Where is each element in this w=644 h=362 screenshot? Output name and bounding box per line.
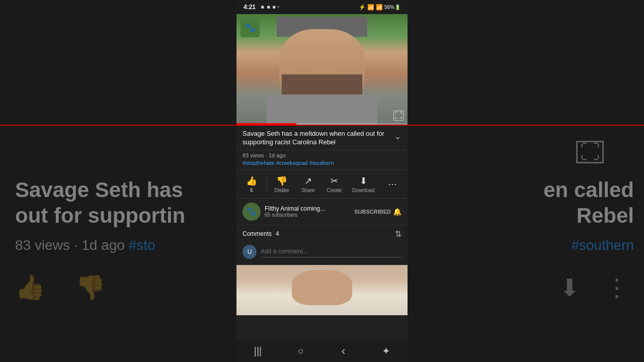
star-icon: ✦ bbox=[382, 345, 390, 357]
suggested-face-bg bbox=[236, 265, 408, 315]
nav-star-button[interactable]: ✦ bbox=[374, 340, 399, 362]
share-button[interactable]: ↗ Share bbox=[297, 173, 319, 195]
battery-text: 56%🔋 bbox=[384, 5, 400, 10]
share-label: Share bbox=[301, 188, 315, 193]
bg-icons-right: ⬇ ⋮ bbox=[559, 274, 634, 302]
create-icon: ✂ bbox=[331, 175, 338, 187]
bg-title-right: en called Rebel bbox=[543, 177, 634, 228]
red-accent-line bbox=[0, 125, 644, 126]
signal-icon: 📶 bbox=[376, 4, 383, 11]
video-title: Savage Seth has a meltdown when called o… bbox=[243, 130, 394, 147]
dislike-button[interactable]: 👎 Dislike bbox=[271, 173, 293, 195]
subscribed-button[interactable]: SUBSCRIBED 🔔 bbox=[354, 208, 401, 216]
channel-subs: 65 subscribers bbox=[265, 212, 350, 218]
more-icon: ⋯ bbox=[388, 178, 397, 190]
bg-dislike-icon: 👎 bbox=[75, 274, 106, 302]
bg-download-icon: ⬇ bbox=[559, 274, 580, 302]
status-left: 4:21 ⏺ ⏺ ⏺ • bbox=[244, 4, 279, 11]
dislike-icon: 👎 bbox=[276, 175, 287, 187]
bg-title-left: Savage Seth has out for supportin bbox=[15, 177, 226, 228]
suggested-face bbox=[292, 270, 352, 305]
menu-icon: ||| bbox=[254, 345, 262, 357]
view-count: 83 views · 1d ago bbox=[243, 152, 401, 158]
video-info-header: Savage Seth has a meltdown when called o… bbox=[236, 125, 408, 150]
download-label: Download bbox=[352, 188, 374, 193]
nav-back-button[interactable]: ‹ bbox=[331, 340, 356, 362]
collapse-button[interactable]: ⌄ bbox=[394, 131, 401, 142]
channel-name: Filthy Animal coming... bbox=[265, 205, 350, 212]
video-meta: 83 views · 1d ago #stopthehate #creeksqu… bbox=[236, 150, 408, 170]
channel-row: 🐾 Filthy Animal coming... 65 subscribers… bbox=[236, 199, 408, 225]
wifi-icon: 📶 bbox=[367, 4, 374, 11]
comments-title: Comments bbox=[243, 230, 272, 237]
user-avatar-letter: U bbox=[248, 248, 252, 255]
info-panel: Savage Seth has a meltdown when called o… bbox=[236, 125, 408, 340]
download-button[interactable]: ⬇ Download bbox=[349, 173, 377, 195]
bluetooth-icon: ⚡ bbox=[359, 4, 366, 11]
phone-frame: 4:21 ⏺ ⏺ ⏺ • ⚡ 📶 📶 56%🔋 🐾 ⛶ bbox=[236, 0, 408, 362]
nav-menu-button[interactable]: ||| bbox=[246, 340, 271, 362]
status-bar: 4:21 ⏺ ⏺ ⏺ • ⚡ 📶 📶 56%🔋 bbox=[236, 0, 408, 14]
bg-more-icon: ⋮ bbox=[605, 274, 629, 302]
subscribed-label: SUBSCRIBED bbox=[354, 209, 391, 215]
shirt bbox=[267, 95, 377, 125]
bg-icons-left: 👍 👎 bbox=[15, 274, 226, 302]
suggested-video[interactable] bbox=[236, 265, 408, 315]
actions-row: 👍 6 👎 Dislike ↗ Share ✂ Create ⬇ Downloa… bbox=[236, 170, 408, 199]
background-left: Savage Seth has out for supportin 83 vie… bbox=[0, 0, 236, 362]
bg-meta-left: 83 views · 1d ago #sto bbox=[15, 237, 226, 253]
channel-info: Filthy Animal coming... 65 subscribers bbox=[265, 205, 350, 218]
home-icon: ○ bbox=[297, 345, 303, 357]
like-button[interactable]: 👍 6 bbox=[240, 173, 263, 195]
add-comment-row: U bbox=[243, 243, 401, 261]
action-separator-1 bbox=[267, 176, 267, 192]
like-count: 6 bbox=[250, 188, 253, 193]
channel-avatar-emoji: 🐾 bbox=[247, 207, 257, 216]
bell-icon: 🔔 bbox=[393, 208, 401, 216]
more-button[interactable]: ⋯ bbox=[381, 176, 404, 192]
dislike-label: Dislike bbox=[274, 188, 289, 193]
download-icon: ⬇ bbox=[360, 175, 367, 187]
comments-count: 4 bbox=[276, 230, 279, 237]
create-label: Create bbox=[327, 188, 342, 193]
comments-header: Comments 4 ⇅ bbox=[243, 229, 401, 239]
status-icons-right: ⚡ 📶 📶 56%🔋 bbox=[359, 4, 400, 11]
bg-text-right: en called Rebel #southern ⬇ ⋮ bbox=[408, 0, 644, 362]
comment-input[interactable] bbox=[261, 246, 401, 257]
nav-home-button[interactable]: ○ bbox=[288, 340, 313, 362]
channel-logo-emoji: 🐾 bbox=[245, 22, 256, 33]
comments-section: Comments 4 ⇅ U bbox=[236, 225, 408, 265]
user-comment-avatar: U bbox=[243, 245, 257, 259]
background-right: en called Rebel #southern ⬇ ⋮ ⛶ bbox=[408, 0, 644, 362]
suggested-thumb bbox=[236, 265, 408, 315]
fullscreen-button[interactable]: ⛶ bbox=[393, 111, 404, 121]
like-icon: 👍 bbox=[246, 175, 257, 187]
channel-thumbnail-icon: 🐾 bbox=[240, 18, 260, 37]
bg-text-left: Savage Seth has out for supportin 83 vie… bbox=[0, 0, 236, 362]
video-player[interactable]: 🐾 ⛶ bbox=[236, 14, 408, 125]
share-icon: ↗ bbox=[304, 175, 312, 187]
channel-avatar: 🐾 bbox=[243, 203, 261, 221]
back-icon: ‹ bbox=[342, 344, 346, 358]
status-notification-icons: ⏺ ⏺ ⏺ • bbox=[260, 5, 279, 10]
bg-expand-icon: ⛶ bbox=[576, 141, 604, 163]
sort-comments-button[interactable]: ⇅ bbox=[395, 229, 401, 239]
bg-like-icon: 👍 bbox=[15, 274, 45, 302]
bg-meta-right: #southern bbox=[571, 237, 634, 253]
status-time: 4:21 bbox=[244, 4, 256, 11]
video-thumbnail bbox=[236, 14, 408, 125]
hashtags: #stopthehate #creeksquad #southern bbox=[243, 160, 401, 166]
nav-bar: ||| ○ ‹ ✦ bbox=[236, 340, 408, 362]
create-button[interactable]: ✂ Create bbox=[323, 173, 346, 195]
